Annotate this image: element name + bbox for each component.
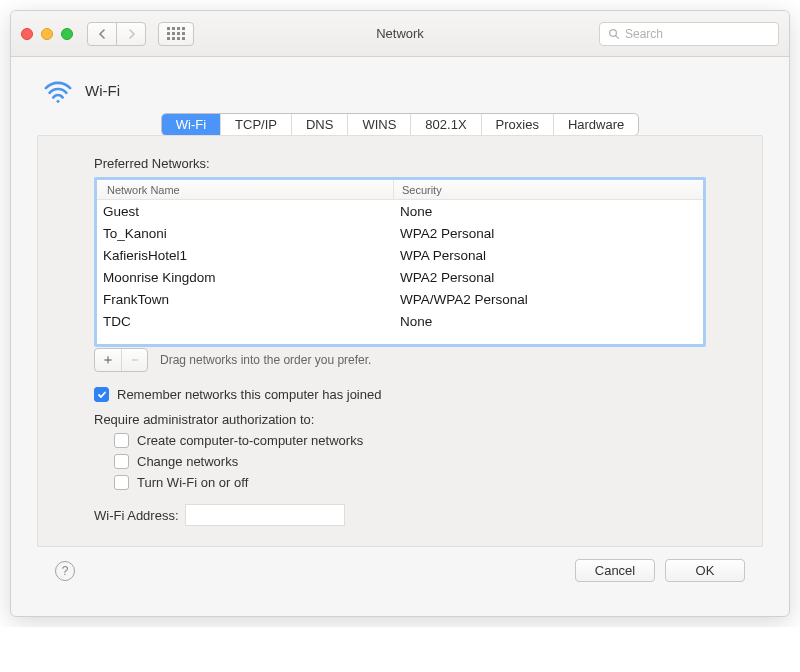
- footer: ? Cancel OK: [37, 547, 763, 594]
- table-row[interactable]: FrankTownWPA/WPA2 Personal: [97, 288, 703, 310]
- minimize-window-button[interactable]: [41, 28, 53, 40]
- show-all-button[interactable]: [158, 22, 194, 46]
- network-name: FrankTown: [97, 292, 394, 307]
- network-name: TDC: [97, 314, 394, 329]
- checkbox-icon: [114, 433, 129, 448]
- network-security: None: [394, 204, 703, 219]
- table-header: Network Name Security: [97, 180, 703, 200]
- search-icon: [608, 28, 620, 40]
- table-row[interactable]: TDCNone: [97, 310, 703, 332]
- admin-toggle-checkbox[interactable]: Turn Wi-Fi on or off: [114, 475, 706, 490]
- window-title: Network: [376, 26, 424, 41]
- admin-toggle-label: Turn Wi-Fi on or off: [137, 475, 248, 490]
- back-button[interactable]: [87, 22, 117, 46]
- admin-change-label: Change networks: [137, 454, 238, 469]
- search-input[interactable]: Search: [599, 22, 779, 46]
- admin-create-checkbox[interactable]: Create computer-to-computer networks: [114, 433, 706, 448]
- admin-options: Create computer-to-computer networks Cha…: [114, 433, 706, 490]
- settings-panel: Preferred Networks: Network Name Securit…: [37, 135, 763, 547]
- remove-network-button[interactable]: －: [121, 349, 147, 371]
- ok-button[interactable]: OK: [665, 559, 745, 582]
- tab-8021x[interactable]: 802.1X: [411, 114, 481, 135]
- forward-button[interactable]: [116, 22, 146, 46]
- column-security[interactable]: Security: [394, 180, 703, 200]
- table-body: GuestNoneTo_KanoniWPA2 PersonalKafierisH…: [97, 200, 703, 344]
- nav-buttons: [87, 22, 146, 46]
- admin-change-checkbox[interactable]: Change networks: [114, 454, 706, 469]
- wifi-address-value: [185, 504, 345, 526]
- network-security: None: [394, 314, 703, 329]
- traffic-lights: [21, 28, 73, 40]
- checkbox-icon: [114, 475, 129, 490]
- table-row[interactable]: GuestNone: [97, 200, 703, 222]
- network-name: Moonrise Kingdom: [97, 270, 394, 285]
- admin-create-label: Create computer-to-computer networks: [137, 433, 363, 448]
- table-row[interactable]: Moonrise KingdomWPA2 Personal: [97, 266, 703, 288]
- preferred-networks-table[interactable]: Network Name Security GuestNoneTo_Kanoni…: [94, 177, 706, 347]
- table-row[interactable]: To_KanoniWPA2 Personal: [97, 222, 703, 244]
- svg-line-1: [616, 35, 619, 38]
- grid-icon: [167, 27, 185, 40]
- network-name: Guest: [97, 204, 394, 219]
- network-name: To_Kanoni: [97, 226, 394, 241]
- network-security: WPA/WPA2 Personal: [394, 292, 703, 307]
- cancel-button[interactable]: Cancel: [575, 559, 655, 582]
- tab-wifi[interactable]: Wi-Fi: [162, 114, 221, 135]
- help-button[interactable]: ?: [55, 561, 75, 581]
- wifi-address-row: Wi-Fi Address:: [94, 504, 706, 526]
- drag-hint: Drag networks into the order you prefer.: [160, 353, 371, 367]
- tab-wins[interactable]: WINS: [348, 114, 411, 135]
- tab-hardware[interactable]: Hardware: [554, 114, 638, 135]
- interface-name: Wi-Fi: [85, 82, 120, 99]
- remember-networks-checkbox[interactable]: Remember networks this computer has join…: [94, 387, 706, 402]
- add-remove-bar: ＋ － Drag networks into the order you pre…: [94, 347, 706, 373]
- network-security: WPA2 Personal: [394, 270, 703, 285]
- table-row[interactable]: KafierisHotel1WPA Personal: [97, 244, 703, 266]
- wifi-address-label: Wi-Fi Address:: [94, 508, 179, 523]
- svg-point-2: [57, 100, 60, 103]
- wifi-icon: [43, 75, 73, 105]
- interface-header: Wi-Fi: [43, 75, 763, 105]
- column-network-name[interactable]: Network Name: [97, 180, 394, 200]
- remember-label: Remember networks this computer has join…: [117, 387, 381, 402]
- window-body: Wi-Fi Wi-FiTCP/IPDNSWINS802.1XProxiesHar…: [11, 57, 789, 616]
- preferred-networks-label: Preferred Networks:: [94, 156, 706, 171]
- add-network-button[interactable]: ＋: [95, 349, 121, 371]
- close-window-button[interactable]: [21, 28, 33, 40]
- zoom-window-button[interactable]: [61, 28, 73, 40]
- checkbox-icon: [94, 387, 109, 402]
- checkbox-icon: [114, 454, 129, 469]
- tab-proxies[interactable]: Proxies: [482, 114, 554, 135]
- add-remove-buttons: ＋ －: [94, 348, 148, 372]
- admin-auth-label: Require administrator authorization to:: [94, 412, 706, 427]
- search-placeholder: Search: [625, 27, 663, 41]
- network-name: KafierisHotel1: [97, 248, 394, 263]
- tab-tcpip[interactable]: TCP/IP: [221, 114, 292, 135]
- tab-bar: Wi-FiTCP/IPDNSWINS802.1XProxiesHardware: [37, 113, 763, 136]
- titlebar: Network Search: [11, 11, 789, 57]
- network-window: Network Search Wi-Fi Wi-FiTCP/IPDNSWINS8…: [10, 10, 790, 617]
- tab-dns[interactable]: DNS: [292, 114, 348, 135]
- network-security: WPA Personal: [394, 248, 703, 263]
- network-security: WPA2 Personal: [394, 226, 703, 241]
